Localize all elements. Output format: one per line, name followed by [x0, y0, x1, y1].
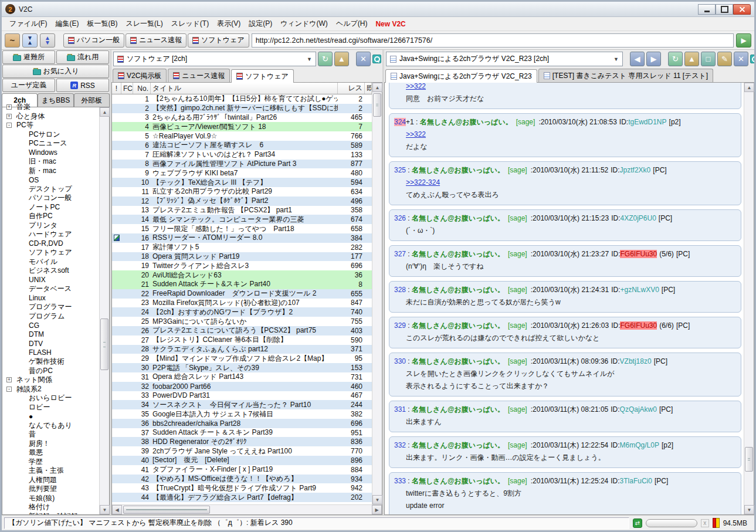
thread-row[interactable]: 23 Mozilla Firefox質問スレッド(初心者歓迎)の107 847 [112, 299, 372, 308]
thread-row[interactable]: 13 プレステ2エミュ動作報告 【PCSX2】 part1 358 [112, 206, 372, 215]
post-id[interactable]: ID:tgEwdD1NP [619, 118, 667, 126]
post-id-value[interactable]: tgEwdD1NP [628, 118, 666, 126]
thread-row[interactable]: 3 2ちゃんねる用ﾌﾞﾗｳｻﾞ「twintail」Part26 465 [112, 113, 372, 123]
tree-item[interactable]: FLASH [4, 348, 99, 358]
menu-item[interactable]: ヘルプ(H) [332, 18, 372, 30]
thread-row[interactable]: 2 【突然】gimpo.2ch.net 新サーバーに移転しもす【SSDに挑戦】 … [112, 104, 372, 113]
tree-item[interactable]: CD-R,DVD [4, 239, 99, 249]
tree-item[interactable]: + ネット関係 [4, 375, 99, 385]
tree-item[interactable]: 格付け [4, 503, 99, 512]
thread-list-hscrollbar[interactable]: ◀ ▶ [112, 504, 382, 514]
column-fc[interactable]: FC [121, 83, 133, 94]
scrollbar-thumb[interactable] [373, 93, 381, 117]
post-id[interactable]: ID:VZbtj18z0 [611, 357, 651, 365]
minimize-button[interactable] [698, 4, 716, 15]
thread-row[interactable]: 38 HDD Regenerator その2ｻﾞｵﾘｸ 836 [112, 437, 372, 446]
menu-item[interactable]: 編集(E) [51, 18, 83, 30]
thread-row[interactable]: 26 プレステ2エミュについて語ろう【PCSX2】 part75 403 [112, 326, 372, 336]
tree-item[interactable]: プログラム [4, 312, 99, 321]
thread-row[interactable]: 4 画像ビューア/Viewer/閲覧ソフト 18 7 [112, 122, 372, 131]
post-id[interactable]: ID:FG6IFUu30 [611, 321, 657, 330]
expand-panes-button[interactable]: ▲▼ [40, 33, 55, 48]
thread-row[interactable]: 16 RSSリーダー・ATOMリーダー 8.0 384 [112, 233, 372, 243]
thread-row[interactable]: 22 FreeRapid Downloader ダウンロード支援ツール 2 65… [112, 289, 372, 299]
back-button[interactable]: ◀ [630, 52, 645, 66]
post-id-value[interactable]: +gzNLwXV0 [620, 286, 659, 294]
sync-status-icon[interactable]: ⇄ [633, 519, 642, 528]
post-body-line[interactable]: >>322 [406, 128, 426, 141]
expand-toggle[interactable]: + [6, 377, 12, 382]
post-number-link[interactable]: 328 [394, 286, 406, 294]
tree-item[interactable]: ノートPC [4, 203, 99, 212]
tree-item[interactable]: PCサロン [4, 130, 99, 140]
tree-item[interactable]: おいらロビー [4, 394, 99, 403]
post-id-value[interactable]: M6mQg/L0P [620, 441, 659, 449]
thread-row[interactable]: 24 【2ch】おすすめのNGワード【ブラウザ】2 740 [112, 307, 372, 317]
tree-item[interactable]: Windows [4, 148, 99, 158]
thread-row[interactable]: 15 フリー限定「感動した！」ってやつ Part18 658 [112, 224, 372, 233]
tree-item[interactable]: 昔 [4, 430, 99, 439]
thread-row[interactable]: 7 圧縮解凍ソフトいいのはどれ？ Part34 133 [112, 150, 372, 160]
close-board-button[interactable]: ✕ [356, 52, 371, 66]
thread-row[interactable]: 32 foobar2000 Part66 460 [112, 382, 372, 391]
post-id[interactable]: ID:QzQajAkw0 [611, 405, 657, 414]
post-number-link[interactable]: 330 [394, 357, 406, 365]
thread-row[interactable]: 27 【レジストリ】CCleaner 箒6本目【削除】 590 [112, 336, 372, 345]
tree-item[interactable]: DTM [4, 330, 99, 340]
tree-item[interactable]: UNIX [4, 276, 99, 285]
reload-thread-button[interactable]: ↻ [668, 52, 683, 66]
posts-scrollbar[interactable]: ▲ ▼ [744, 83, 754, 514]
thread-row[interactable]: 37 Sudden Attack チート＆スキン Part39 951 [112, 428, 372, 438]
stop-button[interactable]: □ [701, 52, 716, 66]
tree-item[interactable]: PCニュース [4, 139, 99, 148]
thread-row[interactable]: 31 Opera 総合スレッド Part143 731 [112, 372, 372, 382]
post-reply-count[interactable]: +1 [406, 118, 414, 126]
thread-row[interactable]: 18 Opera 質問スレッド Part19 177 [112, 252, 372, 262]
thread-row[interactable]: 6 違法コピーソフト屋を晒すスレ 6 589 [112, 141, 372, 150]
tree-item[interactable]: + 心と身体 [4, 112, 99, 121]
tree-item[interactable]: モバイル [4, 257, 99, 267]
thread-row[interactable]: 8 画像ファイル属性管理ソフト AtPicture Part 3 877 [112, 160, 372, 169]
menu-item[interactable]: 表示(V) [213, 18, 245, 30]
tree-item[interactable]: なんでもあり [4, 421, 99, 431]
tree-item[interactable]: 自作PC [4, 212, 99, 221]
board-shortcut-button[interactable]: ニュース速報 [126, 33, 187, 48]
tree-item[interactable]: 厨房！ [4, 439, 99, 449]
thread-row[interactable]: 44 【最適化】デフラグ総合スレ Part7【defrag】 202 [112, 493, 372, 502]
maximize-button[interactable] [716, 4, 733, 15]
thread-row[interactable]: 33 PowerDVD Part31 467 [112, 391, 372, 401]
tree-item[interactable]: Linux [4, 294, 99, 303]
scroll-top-button[interactable]: ▲ [334, 52, 349, 66]
post-number-link[interactable]: 332 [394, 441, 406, 449]
connection-button[interactable]: ~ [5, 33, 20, 48]
thread-row[interactable]: 36 bbs2chreader/chaika Part28 696 [112, 419, 372, 428]
tree-item[interactable]: 新記録・珍記録 [4, 512, 99, 515]
tree-item[interactable]: 批判要望 [4, 484, 99, 494]
scroll-right-icon[interactable]: ▶ [372, 505, 382, 514]
post-id[interactable]: ID:3TlaFuCi0 [611, 477, 652, 485]
tree-item[interactable]: CG [4, 321, 99, 330]
post-id-value[interactable]: FG6IFUu30 [620, 250, 657, 258]
menu-item[interactable]: スレッド(T) [167, 18, 213, 30]
menu-item[interactable]: New V2C [371, 19, 409, 29]
column-res[interactable]: レス [338, 83, 365, 94]
thread-row[interactable]: 42 【やめろ】MS-Officeは使うな！！【やめろ】 934 [112, 475, 372, 484]
board-select[interactable]: ソフトウェア [2ch] ▼ [113, 52, 316, 66]
board-shortcut-button[interactable]: パソコン一般 [63, 33, 124, 48]
column-title[interactable]: タイトル [151, 83, 338, 94]
tree-item[interactable]: - 雑談系2 [4, 385, 99, 394]
post-id[interactable]: ID:M6mQg/L0P [611, 441, 659, 449]
scroll-left-icon[interactable]: ◀ [112, 505, 122, 514]
thread-row[interactable]: 10 【テック】TeX総合スレ III 【テフ】 594 [112, 178, 372, 187]
tree-item[interactable]: ● [4, 412, 99, 421]
expand-toggle[interactable]: + [6, 114, 12, 119]
thread-row[interactable]: 25 MP3Gainについて語らないか 755 [112, 317, 372, 326]
tree-item[interactable]: 旧・mac [4, 157, 99, 167]
column-no[interactable]: No. [133, 83, 151, 94]
post-number-link[interactable]: 324 [394, 118, 406, 126]
board-tab[interactable]: V2C掲示板 [113, 69, 167, 82]
post-id[interactable]: ID:FG6IFUu30 [611, 250, 657, 258]
post-number-link[interactable]: 327 [394, 250, 406, 258]
thread-row[interactable]: 34 ソースネクスト 今日何マイル当たった？ Part10 244 [112, 400, 372, 409]
post-id-value[interactable]: VZbtj18z0 [620, 357, 652, 365]
